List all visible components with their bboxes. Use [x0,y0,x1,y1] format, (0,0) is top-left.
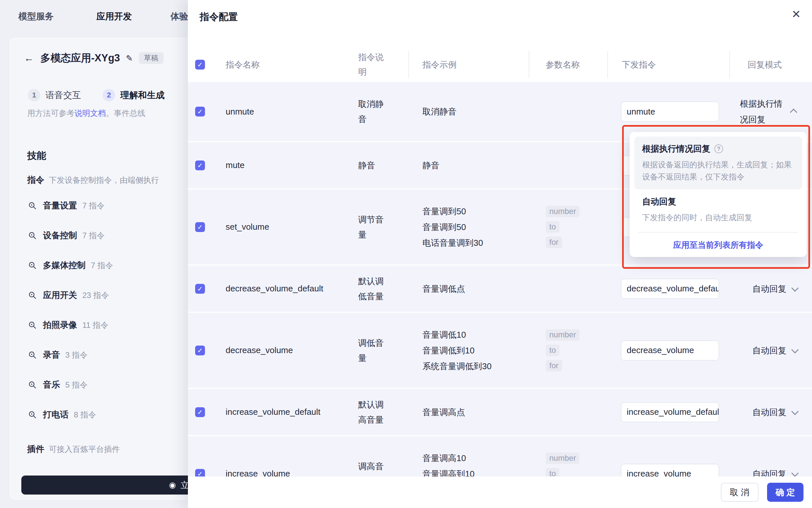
row-checkbox[interactable] [195,161,205,170]
row-checkbox[interactable] [195,407,205,417]
example-line: 音量调高点 [422,404,465,420]
instruction-examples: 音量调高点 [422,389,540,435]
skill-count: 5 指令 [65,380,88,390]
option-title: 根据执行情况回复 [642,143,710,155]
table-row: decrease_volume 调低音量 音量调低10 音量调低到10 系统音量… [188,313,812,389]
row-checkbox-cell [195,389,209,435]
skill-item-volume[interactable]: 音量设置 7 指令 [21,190,204,220]
instruction-name: mute [226,142,353,188]
row-checkbox[interactable] [195,222,205,232]
nav-item-app-development[interactable]: 应用开发 [96,10,132,22]
cancel-button[interactable]: 取 消 [721,483,759,502]
skill-icon [28,410,37,419]
skill-name: 设备控制 [43,230,77,241]
param-chip: to [546,345,560,356]
skill-item-app-switch[interactable]: 应用开关 23 指令 [21,280,204,310]
example-line: 音量调低点 [422,281,465,297]
reply-mode-value: 自动回复 [752,281,786,297]
skill-item-record[interactable]: 录音 3 指令 [21,340,204,370]
edit-pencil-icon[interactable] [126,53,133,63]
chevron-down-icon [791,408,799,415]
doc-link[interactable]: 说明文档 [75,109,106,118]
step-label: 理解和生成 [121,89,164,101]
publish-icon [169,481,176,489]
skill-item-music[interactable]: 音乐 5 指令 [21,370,204,400]
app-root: 模型服务 应用开发 体验 多模态应用-XYg3 草稿 1 语音交互 2 理解和生… [0,0,812,508]
param-names: number to for [546,313,615,388]
plugin-section-header: 插件 可接入百炼平台插件 [27,443,120,455]
nav-item-experience[interactable]: 体验 [171,10,188,22]
skill-item-device[interactable]: 设备控制 7 指令 [21,220,204,250]
instruction-name: set_volume [226,189,353,264]
row-checkbox-cell [195,189,209,264]
row-checkbox-cell [195,313,209,388]
param-chip: number [546,329,579,341]
skill-item-multimedia[interactable]: 多媒体控制 7 指令 [21,250,204,280]
skill-count: 3 指令 [65,350,88,360]
confirm-button[interactable]: 确 定 [767,483,804,502]
column-divider [729,51,730,78]
step-voice-interaction[interactable]: 1 语音交互 [28,89,81,101]
instruction-desc: 下发设备控制指令，由端侧执行 [49,175,159,185]
param-chip: to [546,221,560,233]
select-all-cell [195,47,205,82]
issue-command-input[interactable]: decrease_volume [621,340,719,361]
skill-icon [28,350,37,360]
row-checkbox[interactable] [195,284,205,294]
reply-mode-value: 自动回复 [752,404,786,420]
col-header-desc: 指令说明 [358,47,386,82]
hint-prefix: 用方法可参考 [27,109,75,118]
step-number: 1 [28,89,40,101]
table-row: decrease_volume_default 默认调低音量 音量调低点 dec… [188,265,812,313]
table-row: increase_volume_default 默认调高音量 音量调高点 inc… [188,389,812,436]
hint-suffix: 。事件总线 [106,109,145,118]
skill-name: 音量设置 [43,200,77,211]
instruction-name: unmute [226,82,353,141]
app-title: 多模态应用-XYg3 [40,51,120,65]
reply-mode-select[interactable]: 自动回复 [727,265,797,312]
column-divider [529,51,529,78]
issue-command-input[interactable]: unmute [621,101,719,122]
reply-mode-value: 自动回复 [752,343,786,358]
issue-command-cell: decrease_volume [621,313,719,388]
back-arrow-icon[interactable] [23,52,35,64]
apply-to-all-link[interactable]: 应用至当前列表所有指令 [634,233,802,257]
instruction-examples: 音量调到50 音量调到50 电话音量调到30 [422,189,540,264]
reply-mode-value: 根据执行情况回复 [740,96,786,127]
reply-mode-select[interactable]: 自动回复 [727,313,797,388]
param-chip: for [546,360,562,372]
dropdown-option-auto-reply[interactable]: 自动回复 下发指令的同时，自动生成回复 [634,189,802,230]
skill-icon [28,321,37,330]
help-question-icon[interactable] [714,144,723,153]
doc-hint-text: 用方法可参考说明文档。事件总线 [27,108,145,119]
example-line: 系统音量调低到30 [422,358,491,374]
instruction-name: decrease_volume_default [226,265,353,312]
table-header: 指令名称 指令说明 指令示例 参数名称 下发指令 回复模式 [188,47,812,82]
app-title-row: 多模态应用-XYg3 草稿 [23,49,164,67]
issue-command-input[interactable]: decrease_volume_default [621,279,719,299]
example-line: 电话音量调到30 [422,235,483,251]
dropdown-option-execution-reply[interactable]: 根据执行情况回复 根据设备返回的执行结果，生成回复；如果设备不返回结果，仅下发指… [634,136,802,189]
instruction-examples: 取消静音 [422,82,540,141]
row-checkbox-cell [195,142,209,188]
col-header-mode: 回复模式 [748,47,782,82]
nav-item-model-service[interactable]: 模型服务 [18,10,54,22]
row-checkbox[interactable] [195,107,205,117]
example-line: 音量调低到10 [422,343,475,358]
draft-status-badge: 草稿 [139,52,164,64]
skill-icon [28,231,37,240]
step-understand-generate[interactable]: 2 理解和生成 [103,89,164,101]
row-checkbox[interactable] [195,346,205,355]
skill-item-phone-call[interactable]: 打电话 8 指令 [21,400,204,430]
reply-mode-select[interactable]: 自动回复 [727,389,797,435]
skill-item-camera[interactable]: 拍照录像 11 指令 [21,310,204,340]
close-icon[interactable] [792,8,801,20]
select-all-checkbox[interactable] [195,60,205,70]
param-names: number to for [546,189,615,264]
skill-icon [28,380,37,389]
issue-command-input[interactable]: increase_volume_default [621,402,719,422]
skill-list: 音量设置 7 指令 设备控制 7 指令 多媒体控制 7 指令 应用开关 23 指… [21,190,204,430]
instruction-examples: 音量调低10 音量调低到10 系统音量调低到30 [422,313,540,388]
param-chip: number [546,206,579,217]
instruction-desc: 默认调低音量 [358,265,386,312]
